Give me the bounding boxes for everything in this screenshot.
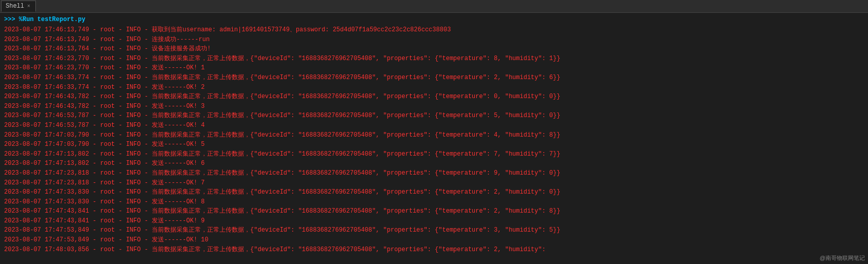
log-line: 2023-08-07 17:46:13,749 - root - INFO - … <box>4 25 864 35</box>
log-line: 2023-08-07 17:47:03,790 - root - INFO - … <box>4 140 864 149</box>
log-line: 2023-08-07 17:47:13,802 - root - INFO - … <box>4 159 864 168</box>
log-line: 2023-08-07 17:46:13,749 - root - INFO - … <box>4 35 864 45</box>
log-line: 2023-08-07 17:47:43,841 - root - INFO - … <box>4 206 864 216</box>
log-line: 2023-08-07 17:46:23,770 - root - INFO - … <box>4 63 864 73</box>
shell-tab-label: Shell <box>6 3 24 10</box>
log-line: 2023-08-07 17:46:53,787 - root - INFO - … <box>4 121 864 130</box>
log-line: 2023-08-07 17:46:53,787 - root - INFO - … <box>4 111 864 121</box>
log-line: 2023-08-07 17:48:03,856 - root - INFO - … <box>4 245 864 255</box>
log-line: 2023-08-07 17:47:03,790 - root - INFO - … <box>4 130 864 140</box>
log-line: 2023-08-07 17:46:13,764 - root - INFO - … <box>4 44 864 54</box>
log-line: 2023-08-07 17:47:33,830 - root - INFO - … <box>4 187 864 197</box>
log-container: 2023-08-07 17:46:13,749 - root - INFO - … <box>4 25 864 254</box>
log-line: 2023-08-07 17:47:53,849 - root - INFO - … <box>4 225 864 235</box>
log-line: 2023-08-07 17:46:33,774 - root - INFO - … <box>4 73 864 83</box>
shell-tab[interactable]: Shell × <box>1 1 36 12</box>
shell-tab-close[interactable]: × <box>27 4 30 9</box>
log-line: 2023-08-07 17:47:23,818 - root - INFO - … <box>4 178 864 188</box>
log-line: 2023-08-07 17:46:43,782 - root - INFO - … <box>4 92 864 102</box>
log-line: 2023-08-07 17:47:43,841 - root - INFO - … <box>4 216 864 226</box>
tab-bar: Shell × <box>0 0 868 13</box>
log-line: 2023-08-07 17:46:23,770 - root - INFO - … <box>4 54 864 64</box>
watermark: @南哥物联网笔记 <box>820 254 865 262</box>
log-line: 2023-08-07 17:47:53,849 - root - INFO - … <box>4 235 864 245</box>
log-line: 2023-08-07 17:47:33,830 - root - INFO - … <box>4 197 864 207</box>
log-line: 2023-08-07 17:46:33,774 - root - INFO - … <box>4 83 864 92</box>
log-line: 2023-08-07 17:46:43,782 - root - INFO - … <box>4 102 864 111</box>
shell-content: >>> %Run testReport.py 2023-08-07 17:46:… <box>0 13 868 264</box>
log-line: 2023-08-07 17:47:23,818 - root - INFO - … <box>4 168 864 178</box>
log-line: 2023-08-07 17:47:13,802 - root - INFO - … <box>4 149 864 159</box>
run-command: >>> %Run testReport.py <box>4 16 864 23</box>
